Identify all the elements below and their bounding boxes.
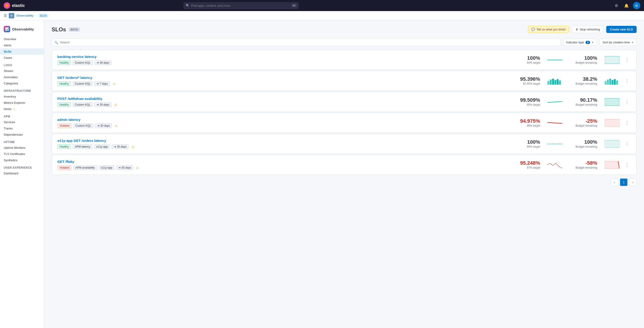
slo-tag-apm-o11y-orders: APM latency — [73, 144, 92, 149]
slo-name-get-flaky[interactable]: GET /flaky — [57, 159, 509, 163]
slo-status-badge-banking: Healthy — [57, 60, 71, 65]
stop-refresh-label: Stop refreshing — [580, 28, 600, 31]
slo-metric-value-get-orders: 95.396% — [512, 76, 540, 82]
slo-menu-banking[interactable]: ⋮ — [623, 57, 631, 63]
slo-menu-get-flaky[interactable]: ⋮ — [623, 161, 631, 169]
svg-rect-1 — [604, 56, 619, 64]
slo-metric-value-block-o11y-orders: 100% 99% target — [512, 139, 540, 148]
svg-rect-7 — [559, 81, 561, 85]
sidebar-item-metrics-explorer[interactable]: Metrics Explorer — [0, 100, 44, 106]
sidebar-item-alerts[interactable]: Alerts — [0, 42, 44, 48]
slo-name-post-withdraw[interactable]: POST /withdraw availability — [57, 97, 509, 101]
sidebar-item-label-categories: Categories — [4, 82, 18, 85]
feedback-button[interactable]: 💬 Tell us what you think! — [528, 26, 569, 33]
slo-info-banking: banking-service latency Healthy Custom K… — [57, 55, 509, 65]
pagination-page-1[interactable]: 1 — [620, 179, 628, 186]
slo-sparkline-o11y-orders — [548, 139, 562, 148]
slo-menu-o11y-orders[interactable]: ⋮ — [623, 140, 631, 147]
slo-tag-days-get-orders: ➜ 7 days — [94, 81, 110, 86]
slo-tag-app-get-flaky: o11y-app — [99, 166, 114, 170]
slo-warn-icon-admin: ⚠ — [115, 124, 118, 127]
svg-rect-4 — [552, 79, 554, 85]
sidebar-item-anomalies[interactable]: Anomalies — [0, 74, 44, 80]
slo-status-badge-admin: Violated — [57, 123, 72, 128]
sidebar-item-stream[interactable]: Stream — [0, 68, 44, 74]
slo-tag-app-o11y-orders: o11y-app — [94, 144, 110, 149]
pagination-next[interactable]: › — [629, 179, 637, 186]
sidebar-item-tls-certificates[interactable]: TLS Certificates — [0, 151, 44, 157]
slo-tag-days-post-withdraw: ➜ 30 days — [94, 102, 111, 107]
slo-tag-days-admin: ➜ 30 days — [95, 123, 112, 128]
slo-budget-chart-admin — [604, 118, 619, 127]
slo-name-admin[interactable]: admin latency — [57, 118, 509, 121]
sort-chevron: ▼ — [631, 41, 634, 44]
svg-rect-5 — [554, 80, 556, 85]
sidebar-item-hosts[interactable]: Hosts ⚠ — [0, 106, 44, 112]
sidebar-item-cases[interactable]: Cases — [0, 55, 44, 61]
slo-tags-get-flaky: Violated APM availability o11y-app ➜ 30 … — [57, 166, 509, 170]
slo-menu-post-withdraw[interactable]: ⋮ — [623, 98, 631, 105]
slo-metrics-admin: 94.975% 96% target -25% Budget remaining — [512, 118, 619, 127]
sidebar-item-inventory[interactable]: Inventory — [0, 93, 44, 100]
sidebar-item-dashboard[interactable]: Dashboard — [0, 170, 44, 177]
svg-rect-11 — [612, 80, 613, 85]
slo-name-banking[interactable]: banking-service latency — [57, 55, 509, 59]
breadcrumb-slos: SLOs — [38, 14, 48, 18]
sort-dropdown[interactable]: Sort by creation time ▼ — [600, 39, 637, 46]
create-slo-button[interactable]: Create new SLO — [606, 26, 637, 33]
svg-rect-17 — [604, 119, 619, 127]
sidebar-item-categories[interactable]: Categories — [0, 80, 44, 86]
slo-status-badge-get-orders: Healthy — [57, 81, 71, 86]
slo-tag-kql-post-withdraw: Custom KQL — [73, 102, 93, 107]
slo-budget-block-post-withdraw: 90.17% Budget remaining — [570, 97, 597, 106]
slo-sparkline-banking — [548, 55, 562, 65]
breadcrumb-user-icon: D — [9, 13, 14, 19]
slo-metric-value-block-admin: 94.975% 96% target — [512, 118, 540, 127]
user-avatar[interactable]: D — [633, 2, 640, 9]
hosts-warn-icon: ⚠ — [13, 107, 16, 110]
sidebar-item-label-traces: Traces — [4, 127, 13, 130]
sidebar-item-dependencies[interactable]: Dependencies — [0, 131, 44, 138]
stop-refresh-button[interactable]: ⏸ Stop refreshing — [572, 26, 604, 33]
slo-metrics-banking: 100% 90% target 100% Budget remaining — [512, 55, 619, 65]
sidebar-item-label-tls-certificates: TLS Certificates — [4, 152, 25, 156]
sidebar-item-overview[interactable]: Overview — [0, 36, 44, 42]
sidebar-item-synthetics[interactable]: Synthetics — [0, 157, 44, 163]
slo-name-get-orders[interactable]: GET /orders/* latency — [57, 76, 509, 80]
hamburger-menu[interactable]: ☰ — [4, 13, 7, 18]
sidebar-item-label-synthetics: Synthetics — [4, 158, 18, 162]
sidebar-item-slos[interactable]: SLOs — [0, 48, 44, 55]
slo-tag-kql-admin: Custom KQL — [73, 123, 93, 128]
pagination: ‹ 1 › — [52, 179, 637, 186]
slo-menu-get-orders[interactable]: ⋮ — [623, 78, 631, 84]
elastic-logo[interactable]: 🔶 elastic — [4, 2, 25, 9]
elastic-logo-text: elastic — [12, 3, 25, 8]
pagination-prev[interactable]: ‹ — [611, 179, 618, 186]
main-content: SLOs BETA 💬 Tell us what you think! ⏸ St… — [44, 20, 644, 328]
slo-sparkline-get-flaky — [548, 160, 562, 170]
slo-budget-value-post-withdraw: 90.17% — [570, 97, 597, 103]
slo-name-o11y-orders[interactable]: o11y-app GET /orders latency — [57, 139, 509, 142]
nav-icons: ⚙ 🔔 D — [613, 2, 640, 9]
sidebar-item-label-dashboard: Dashboard — [4, 172, 18, 175]
sidebar-item-services[interactable]: Services — [0, 119, 44, 125]
slo-metric-target-o11y-orders: 99% target — [512, 145, 540, 148]
settings-icon[interactable]: ⚙ — [613, 2, 620, 9]
slo-metrics-o11y-orders: 100% 99% target 100% Budget remaining — [512, 139, 619, 148]
global-search-input[interactable] — [184, 2, 299, 9]
slo-search-input[interactable] — [52, 39, 560, 46]
sidebar-item-label-cases: Cases — [4, 56, 12, 60]
slo-budget-label-o11y-orders: Budget remaining — [570, 145, 597, 148]
notifications-icon[interactable]: 🔔 — [623, 2, 630, 9]
breadcrumb-observability[interactable]: Observability — [16, 14, 34, 17]
slo-menu-admin[interactable]: ⋮ — [623, 119, 631, 126]
slo-metrics-post-withdraw: 99.509% 95% target 90.17% Budget remaini… — [512, 97, 619, 107]
sidebar-item-traces[interactable]: Traces — [0, 125, 44, 131]
sidebar-item-uptime-monitors[interactable]: Uptime Monitors — [0, 145, 44, 151]
indicator-type-filter[interactable]: Indicator type 0 ▼ — [563, 39, 597, 46]
slo-metric-value-get-flaky: 95.248% — [512, 160, 540, 166]
slo-metric-target-admin: 96% target — [512, 124, 540, 127]
feedback-icon: 💬 — [531, 28, 535, 31]
global-search-icon: 🔍 — [186, 4, 189, 7]
slo-sparkline-get-orders — [548, 76, 562, 86]
